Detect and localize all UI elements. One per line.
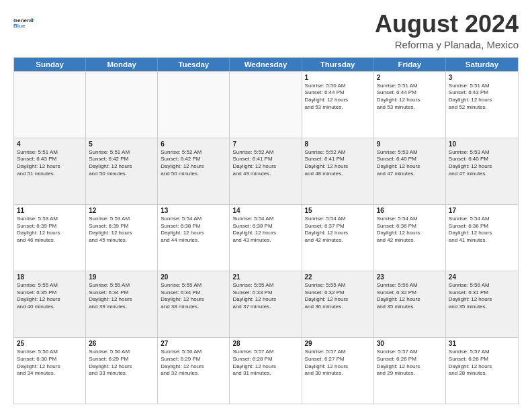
day-info: Sunrise: 5:57 AM Sunset: 6:26 PM Dayligh… (449, 349, 515, 377)
week-row-3: 11Sunrise: 5:53 AM Sunset: 6:39 PM Dayli… (14, 204, 518, 271)
day-cell-16: 16Sunrise: 5:54 AM Sunset: 6:36 PM Dayli… (374, 205, 446, 271)
day-cell-6: 6Sunrise: 5:52 AM Sunset: 6:42 PM Daylig… (158, 138, 230, 204)
day-number: 3 (449, 74, 515, 81)
day-info: Sunrise: 5:51 AM Sunset: 6:44 PM Dayligh… (377, 83, 443, 111)
calendar-header: SundayMondayTuesdayWednesdayThursdayFrid… (14, 58, 518, 71)
day-number: 6 (161, 140, 226, 148)
empty-cell (86, 72, 158, 138)
day-cell-25: 25Sunrise: 5:56 AM Sunset: 6:30 PM Dayli… (14, 338, 86, 404)
day-info: Sunrise: 5:55 AM Sunset: 6:34 PM Dayligh… (89, 282, 154, 311)
main-title: August 2024 (375, 11, 519, 38)
header-day-monday: Monday (86, 58, 158, 71)
day-info: Sunrise: 5:57 AM Sunset: 6:26 PM Dayligh… (377, 349, 443, 377)
day-number: 26 (89, 340, 154, 347)
day-number: 14 (232, 207, 298, 214)
day-info: Sunrise: 5:56 AM Sunset: 6:30 PM Dayligh… (17, 349, 83, 377)
day-cell-20: 20Sunrise: 5:55 AM Sunset: 6:34 PM Dayli… (158, 271, 230, 337)
header-day-saturday: Saturday (446, 58, 518, 71)
day-cell-23: 23Sunrise: 5:56 AM Sunset: 6:32 PM Dayli… (374, 271, 446, 337)
day-number: 2 (377, 74, 443, 81)
day-info: Sunrise: 5:57 AM Sunset: 6:28 PM Dayligh… (232, 349, 298, 377)
day-cell-31: 31Sunrise: 5:57 AM Sunset: 6:26 PM Dayli… (446, 338, 518, 404)
day-number: 16 (377, 207, 443, 214)
day-info: Sunrise: 5:51 AM Sunset: 6:42 PM Dayligh… (89, 149, 154, 178)
day-info: Sunrise: 5:54 AM Sunset: 6:37 PM Dayligh… (305, 216, 371, 244)
day-number: 22 (305, 273, 371, 281)
day-number: 21 (232, 273, 298, 281)
day-number: 12 (89, 207, 154, 214)
page: General Blue August 2024 Reforma y Plana… (0, 0, 532, 411)
day-cell-1: 1Sunrise: 5:50 AM Sunset: 6:44 PM Daylig… (302, 72, 374, 138)
day-info: Sunrise: 5:54 AM Sunset: 6:38 PM Dayligh… (161, 216, 226, 244)
day-info: Sunrise: 5:52 AM Sunset: 6:41 PM Dayligh… (305, 149, 371, 178)
day-number: 10 (449, 140, 515, 148)
title-block: August 2024 Reforma y Planada, Mexico (375, 11, 519, 50)
day-cell-14: 14Sunrise: 5:54 AM Sunset: 6:38 PM Dayli… (230, 205, 302, 271)
day-number: 8 (305, 140, 371, 148)
day-number: 1 (305, 74, 371, 81)
day-info: Sunrise: 5:52 AM Sunset: 6:42 PM Dayligh… (161, 149, 226, 178)
header-day-sunday: Sunday (14, 58, 86, 71)
day-cell-27: 27Sunrise: 5:56 AM Sunset: 6:29 PM Dayli… (158, 338, 230, 404)
day-info: Sunrise: 5:54 AM Sunset: 6:38 PM Dayligh… (232, 216, 298, 244)
day-number: 11 (17, 207, 83, 214)
day-info: Sunrise: 5:53 AM Sunset: 6:40 PM Dayligh… (449, 149, 515, 178)
day-number: 31 (449, 340, 515, 347)
day-number: 17 (449, 207, 515, 214)
day-info: Sunrise: 5:56 AM Sunset: 6:29 PM Dayligh… (161, 349, 226, 377)
day-cell-24: 24Sunrise: 5:56 AM Sunset: 6:31 PM Dayli… (446, 271, 518, 337)
day-info: Sunrise: 5:50 AM Sunset: 6:44 PM Dayligh… (305, 83, 371, 111)
day-number: 23 (377, 273, 443, 281)
day-cell-19: 19Sunrise: 5:55 AM Sunset: 6:34 PM Dayli… (86, 271, 158, 337)
calendar: SundayMondayTuesdayWednesdayThursdayFrid… (13, 57, 519, 404)
day-cell-17: 17Sunrise: 5:54 AM Sunset: 6:36 PM Dayli… (446, 205, 518, 271)
day-number: 4 (17, 140, 83, 148)
day-number: 7 (232, 140, 298, 148)
day-info: Sunrise: 5:56 AM Sunset: 6:31 PM Dayligh… (449, 282, 515, 311)
day-info: Sunrise: 5:53 AM Sunset: 6:39 PM Dayligh… (89, 216, 154, 244)
day-cell-11: 11Sunrise: 5:53 AM Sunset: 6:39 PM Dayli… (14, 205, 86, 271)
week-row-5: 25Sunrise: 5:56 AM Sunset: 6:30 PM Dayli… (14, 337, 518, 404)
day-info: Sunrise: 5:57 AM Sunset: 6:27 PM Dayligh… (305, 349, 371, 377)
svg-text:Blue: Blue (13, 23, 26, 29)
empty-cell (158, 72, 230, 138)
week-row-2: 4Sunrise: 5:51 AM Sunset: 6:43 PM Daylig… (14, 138, 518, 204)
header-day-tuesday: Tuesday (158, 58, 230, 71)
logo-icon: General Blue (13, 13, 34, 34)
day-info: Sunrise: 5:56 AM Sunset: 6:32 PM Dayligh… (377, 282, 443, 311)
day-cell-7: 7Sunrise: 5:52 AM Sunset: 6:41 PM Daylig… (230, 138, 302, 204)
day-cell-21: 21Sunrise: 5:55 AM Sunset: 6:33 PM Dayli… (230, 271, 302, 337)
day-number: 27 (161, 340, 226, 347)
day-cell-15: 15Sunrise: 5:54 AM Sunset: 6:37 PM Dayli… (302, 205, 374, 271)
header: General Blue August 2024 Reforma y Plana… (13, 11, 519, 50)
day-number: 9 (377, 140, 443, 148)
day-cell-22: 22Sunrise: 5:55 AM Sunset: 6:32 PM Dayli… (302, 271, 374, 337)
day-cell-5: 5Sunrise: 5:51 AM Sunset: 6:42 PM Daylig… (86, 138, 158, 204)
day-number: 5 (89, 140, 154, 148)
day-cell-9: 9Sunrise: 5:53 AM Sunset: 6:40 PM Daylig… (374, 138, 446, 204)
day-info: Sunrise: 5:51 AM Sunset: 6:43 PM Dayligh… (17, 149, 83, 178)
calendar-body: 1Sunrise: 5:50 AM Sunset: 6:44 PM Daylig… (14, 71, 518, 404)
day-info: Sunrise: 5:56 AM Sunset: 6:29 PM Dayligh… (89, 349, 154, 377)
header-day-friday: Friday (374, 58, 446, 71)
day-cell-13: 13Sunrise: 5:54 AM Sunset: 6:38 PM Dayli… (158, 205, 230, 271)
day-cell-4: 4Sunrise: 5:51 AM Sunset: 6:43 PM Daylig… (14, 138, 86, 204)
day-info: Sunrise: 5:51 AM Sunset: 6:43 PM Dayligh… (449, 83, 515, 111)
empty-cell (14, 72, 86, 138)
day-cell-28: 28Sunrise: 5:57 AM Sunset: 6:28 PM Dayli… (230, 338, 302, 404)
day-number: 13 (161, 207, 226, 214)
day-cell-8: 8Sunrise: 5:52 AM Sunset: 6:41 PM Daylig… (302, 138, 374, 204)
day-number: 20 (161, 273, 226, 281)
logo: General Blue (13, 13, 34, 34)
subtitle: Reforma y Planada, Mexico (375, 39, 519, 50)
day-number: 25 (17, 340, 83, 347)
day-cell-18: 18Sunrise: 5:55 AM Sunset: 6:35 PM Dayli… (14, 271, 86, 337)
day-number: 19 (89, 273, 154, 281)
day-number: 28 (232, 340, 298, 347)
day-cell-29: 29Sunrise: 5:57 AM Sunset: 6:27 PM Dayli… (302, 338, 374, 404)
day-info: Sunrise: 5:55 AM Sunset: 6:34 PM Dayligh… (161, 282, 226, 311)
day-number: 24 (449, 273, 515, 281)
day-info: Sunrise: 5:52 AM Sunset: 6:41 PM Dayligh… (232, 149, 298, 178)
day-number: 30 (377, 340, 443, 347)
day-info: Sunrise: 5:54 AM Sunset: 6:36 PM Dayligh… (377, 216, 443, 244)
